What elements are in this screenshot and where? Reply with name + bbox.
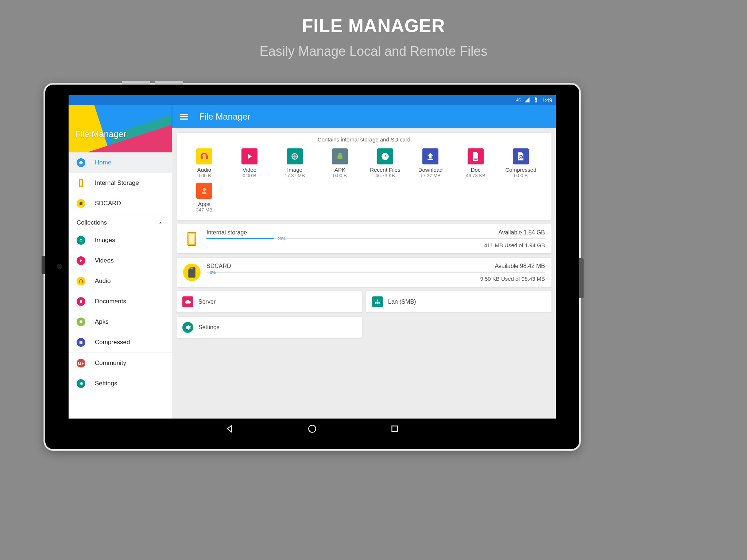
svg-rect-17	[190, 268, 190, 269]
sidebar-item-sdcard[interactable]: SDCARD	[69, 193, 172, 214]
sidebar-item-images[interactable]: Images	[69, 230, 172, 250]
main: File Manager Contains internal storage a…	[172, 105, 556, 419]
storage-sdcard[interactable]: SDCARDAvailable 98.42 MB0%9.50 KB Used o…	[177, 258, 551, 287]
sidebar: File Manager Home Internal Storage	[69, 105, 172, 419]
category-image[interactable]: Image17.37 MB	[272, 146, 317, 180]
tablet-camera	[57, 264, 62, 269]
google-plus-icon: G+	[77, 359, 85, 368]
category-label: Download	[418, 167, 443, 173]
category-icon	[332, 148, 348, 164]
sidebar-header-title: File Manager	[75, 129, 126, 139]
category-recent-files[interactable]: Recent Files46.73 KB	[363, 146, 408, 180]
menu-icon[interactable]	[180, 114, 188, 120]
network-label: 4G	[516, 98, 521, 102]
tablet-button-left	[42, 256, 45, 274]
category-size: 17.37 MB	[285, 173, 305, 178]
storage-progress: 0%	[206, 272, 545, 273]
storage-name: SDCARD	[206, 263, 231, 269]
cloud-icon	[182, 296, 193, 307]
back-icon[interactable]	[225, 424, 235, 433]
category-label: Apps	[198, 201, 210, 207]
status-bar: 4G 1:49	[69, 95, 556, 105]
appbar: File Manager	[172, 105, 556, 128]
category-apk[interactable]: APK0.00 B	[317, 146, 363, 180]
tablet-frame: 4G 1:49 File Manager Home	[45, 85, 579, 449]
sidebar-item-label: Images	[95, 237, 115, 244]
category-apps[interactable]: Apps347 MB	[182, 180, 227, 215]
sidebar-section-label: Collections	[77, 219, 107, 226]
storage-used: 411 MB Used of 1.94 GB	[484, 242, 545, 248]
storage-icon	[183, 264, 201, 281]
category-icon	[241, 148, 258, 164]
sidebar-item-label: Community	[95, 359, 126, 367]
recent-apps-icon[interactable]	[390, 424, 399, 433]
storage-pct: 20%	[278, 237, 286, 241]
sidebar-item-label: Audio	[95, 277, 111, 285]
server-card[interactable]: Server	[177, 291, 362, 312]
category-label: Doc	[471, 167, 481, 173]
tablet-button-top-1	[122, 81, 150, 85]
settings-label: Settings	[198, 324, 220, 331]
svg-rect-18	[191, 268, 192, 269]
lan-label: Lan (SMB)	[388, 299, 416, 305]
category-compressed[interactable]: Compressed0.00 B	[498, 146, 543, 180]
sidebar-item-apks[interactable]: Apks	[69, 312, 172, 332]
sidebar-item-compressed[interactable]: Compressed	[69, 332, 172, 353]
storage-internal-storage[interactable]: Internal storageAvailable 1.54 GB20%411 …	[177, 224, 551, 253]
svg-point-10	[341, 154, 341, 155]
sdcard-icon	[77, 199, 85, 208]
sidebar-item-documents[interactable]: Documents	[69, 291, 172, 312]
appbar-title: File Manager	[199, 112, 250, 122]
category-doc[interactable]: DOCDoc46.73 KB	[453, 146, 498, 180]
zip-icon	[77, 338, 85, 347]
play-icon	[77, 256, 85, 265]
sidebar-item-label: Apks	[95, 318, 109, 326]
storage-name: Internal storage	[206, 229, 247, 236]
sidebar-item-home[interactable]: Home	[69, 152, 172, 173]
category-icon	[196, 148, 212, 164]
category-label: Video	[243, 167, 256, 173]
category-icon: DOC	[468, 148, 484, 164]
sidebar-item-settings[interactable]: Settings	[69, 373, 172, 394]
category-size: 0.00 B	[514, 173, 528, 178]
category-audio[interactable]: Audio0.00 B	[182, 146, 227, 180]
category-label: Image	[287, 167, 302, 173]
svg-point-4	[80, 320, 81, 321]
category-label: Compressed	[505, 167, 536, 173]
gear-icon	[182, 322, 193, 333]
lan-card[interactable]: Lan (SMB)	[366, 291, 551, 312]
content: Contains internal storage and SD card Au…	[172, 128, 556, 419]
sidebar-item-internal-storage[interactable]: Internal Storage	[69, 173, 172, 193]
screen: 4G 1:49 File Manager Home	[69, 95, 556, 439]
storage-icon	[183, 230, 201, 248]
chevron-up-icon	[157, 219, 164, 226]
server-label: Server	[198, 299, 216, 305]
sidebar-item-audio[interactable]: Audio	[69, 271, 172, 291]
sidebar-item-label: SDCARD	[95, 200, 121, 207]
headphones-icon	[77, 277, 85, 285]
storage-progress: 20%	[206, 238, 545, 239]
category-size: 46.73 KB	[466, 173, 485, 178]
category-icon	[196, 183, 212, 199]
category-icon	[377, 148, 393, 164]
svg-rect-12	[427, 159, 433, 160]
category-download[interactable]: Download17.37 MB	[408, 146, 453, 180]
svg-rect-21	[392, 426, 397, 431]
category-video[interactable]: Video0.00 B	[227, 146, 272, 180]
tablet-button-top-2	[155, 81, 183, 85]
categories-hint: Contains internal storage and SD card	[177, 133, 551, 144]
category-label: APK	[334, 167, 345, 173]
settings-card[interactable]: Settings	[177, 317, 362, 338]
sidebar-header: File Manager	[69, 105, 172, 152]
svg-point-3	[81, 240, 81, 241]
category-size: 0.00 B	[243, 173, 256, 178]
svg-rect-7	[81, 341, 81, 344]
signal-icon	[524, 97, 530, 103]
storage-pct: 0%	[210, 270, 216, 275]
home-nav-icon[interactable]	[307, 424, 317, 433]
navigation-bar	[69, 419, 556, 439]
sidebar-item-community[interactable]: G+ Community	[69, 353, 172, 373]
sidebar-section-collections[interactable]: Collections	[69, 214, 172, 230]
image-icon	[77, 236, 85, 245]
sidebar-item-videos[interactable]: Videos	[69, 250, 172, 271]
